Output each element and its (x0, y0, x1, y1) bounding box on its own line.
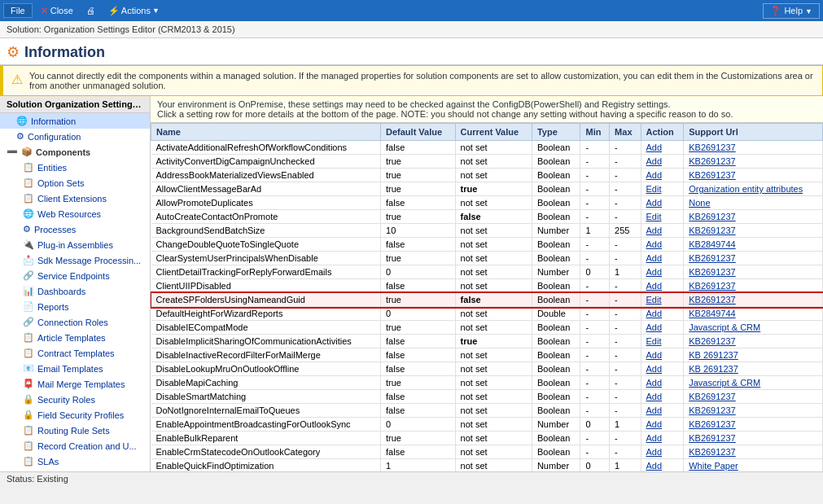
table-row[interactable]: BackgroundSendBatchSize10not setNumber12… (151, 224, 823, 238)
table-row[interactable]: EnableCrmStatecodeOnOutlookCategoryfalse… (151, 445, 823, 459)
email-templates-icon: 📧 (23, 363, 34, 374)
table-row[interactable]: AllowPromoteDuplicatesfalsenot setBoolea… (151, 196, 823, 210)
actions-dropdown-arrow: ▼ (152, 7, 160, 15)
table-row[interactable]: EnableQuickFindOptimization1not setNumbe… (151, 459, 823, 472)
plugin-assemblies-icon: 🔌 (23, 239, 34, 250)
configuration-icon: ⚙ (16, 131, 24, 142)
dashboards-icon: 📊 (23, 286, 34, 296)
entities-icon: 📋 (23, 162, 34, 173)
sidebar-item-plugin-assemblies[interactable]: 🔌 Plug-in Assemblies (0, 237, 150, 252)
components-icon: 📦 (21, 147, 33, 157)
mail-merge-icon: 📮 (23, 379, 34, 389)
sidebar-item-connection-roles[interactable]: 🔗 Connection Roles (0, 314, 150, 330)
table-row[interactable]: ActivateAdditionalRefreshOfWorkflowCondi… (151, 141, 823, 155)
sidebar-item-record-creation[interactable]: 📋 Record Creation and U... (0, 438, 150, 454)
service-endpoints-icon: 🔗 (23, 270, 34, 281)
main-layout: Solution Organization Settings Ed... 🌐 I… (0, 96, 823, 471)
web-resources-icon: 🌐 (23, 208, 34, 219)
record-creation-icon: 📋 (23, 440, 34, 451)
option-sets-icon: 📋 (23, 177, 34, 188)
sidebar: Solution Organization Settings Ed... 🌐 I… (0, 96, 151, 471)
close-icon: ✕ (41, 6, 48, 16)
sidebar-item-mail-merge[interactable]: 📮 Mail Merge Templates (0, 376, 150, 392)
page-title-bar: ⚙ Information (0, 38, 823, 65)
solution-header: Solution: Organization Settings Editor (… (0, 21, 823, 38)
col-current[interactable]: Current Value (455, 124, 532, 141)
actions-icon: ⚡ (108, 6, 120, 16)
table-row[interactable]: AutoCreateContactOnPromotetruefalseBoole… (151, 210, 823, 224)
col-url[interactable]: Support Url (684, 124, 823, 141)
sidebar-item-service-endpoints[interactable]: 🔗 Service Endpoints (0, 268, 150, 283)
sidebar-item-sdk-message[interactable]: 📩 Sdk Message Processin... (0, 252, 150, 268)
sdk-message-icon: 📩 (23, 255, 34, 265)
col-max[interactable]: Max (610, 124, 641, 141)
sidebar-title: Solution Organization Settings Ed... (0, 96, 150, 113)
sidebar-item-contract-templates[interactable]: 📋 Contract Templates (0, 345, 150, 361)
table-row[interactable]: DisableIECompatModetruenot setBoolean--A… (151, 321, 823, 335)
table-row[interactable]: ChangeDoubleQuoteToSingleQuotefalsenot s… (151, 238, 823, 252)
top-bar: File ✕ Close 🖨 ⚡ Actions ▼ ❓ Help ▼ (0, 0, 823, 21)
status-bar: Status: Existing (0, 471, 823, 488)
security-roles-icon: 🔒 (23, 394, 34, 405)
col-min[interactable]: Min (580, 124, 610, 141)
connection-roles-icon: 🔗 (23, 317, 34, 327)
sidebar-item-processes[interactable]: ⚙ Processes (0, 221, 150, 237)
table-row[interactable]: DefaultHeightForWizardReports0not setDou… (151, 307, 823, 321)
close-button[interactable]: ✕ Close (36, 4, 78, 18)
sidebar-item-configuration[interactable]: ⚙ Configuration (0, 129, 150, 144)
sidebar-item-field-security[interactable]: 🔒 Field Security Profiles (0, 407, 150, 423)
table-row[interactable]: ClearSystemUserPrincipalsWhenDisabletrue… (151, 252, 823, 265)
information-icon: 🌐 (16, 116, 28, 126)
content-area: Your environment is OnPremise, these set… (151, 96, 823, 471)
components-expand-icon: ➖ (7, 147, 18, 157)
table-row[interactable]: AddressBookMaterializedViewsEnabledtruen… (151, 169, 823, 182)
table-row[interactable]: ActivityConvertDigCampaignUncheckedtruen… (151, 155, 823, 169)
sidebar-item-slas[interactable]: 📋 SLAs (0, 454, 150, 469)
sidebar-item-reports[interactable]: 📄 Reports (0, 299, 150, 314)
page-icon: ⚙ (7, 43, 20, 61)
table-row[interactable]: DisableMapiCachingtruenot setBoolean--Ad… (151, 376, 823, 390)
sidebar-item-dashboards[interactable]: 📊 Dashboards (0, 283, 150, 299)
table-row[interactable]: DoNotIgnoreInternalEmailToQueuesfalsenot… (151, 404, 823, 418)
slas-icon: 📋 (23, 456, 34, 467)
print-button[interactable]: 🖨 (81, 4, 100, 17)
sidebar-item-client-extensions[interactable]: 📋 Client Extensions (0, 191, 150, 206)
warning-icon: ⚠ (11, 72, 23, 87)
reports-icon: 📄 (23, 301, 34, 312)
sidebar-item-security-roles[interactable]: 🔒 Security Roles (0, 392, 150, 407)
table-row[interactable]: ClientDetailTrackingForReplyForwardEmail… (151, 265, 823, 279)
col-action[interactable]: Action (641, 124, 684, 141)
sidebar-item-entities[interactable]: 📋 Entities (0, 160, 150, 175)
sidebar-item-routing-rule-sets[interactable]: 📋 Routing Rule Sets (0, 423, 150, 438)
col-type[interactable]: Type (532, 124, 580, 141)
col-name[interactable]: Name (151, 124, 381, 141)
sidebar-item-option-sets[interactable]: 📋 Option Sets (0, 175, 150, 191)
sidebar-item-email-templates[interactable]: 📧 Email Templates (0, 361, 150, 376)
contract-templates-icon: 📋 (23, 348, 34, 358)
table-row[interactable]: DisableSmartMatchingfalsenot setBoolean-… (151, 390, 823, 404)
sidebar-item-components[interactable]: ➖ 📦 Components (0, 144, 150, 160)
table-row[interactable]: EnableAppointmentBroadcastingForOutlookS… (151, 418, 823, 432)
table-row[interactable]: AllowClientMessageBarAdtruetrueBoolean--… (151, 182, 823, 196)
article-templates-icon: 📋 (23, 332, 34, 343)
help-button[interactable]: ❓ Help ▼ (763, 3, 820, 19)
warning-bar: ⚠ You cannot directly edit the component… (0, 65, 823, 96)
table-row[interactable]: CreateSPFoldersUsingNameandGuidtruefalse… (151, 293, 823, 307)
file-button[interactable]: File (3, 3, 33, 18)
table-row[interactable]: DisableInactiveRecordFilterForMailMergef… (151, 348, 823, 362)
table-row[interactable]: DisableLookupMruOnOutlookOfflinefalsenot… (151, 362, 823, 376)
settings-table-wrapper[interactable]: Name Default Value Current Value Type Mi… (151, 123, 823, 471)
sidebar-item-article-templates[interactable]: 📋 Article Templates (0, 330, 150, 345)
table-row[interactable]: EnableBulkReparenttruenot setBoolean--Ad… (151, 432, 823, 445)
col-default[interactable]: Default Value (381, 124, 456, 141)
actions-button[interactable]: ⚡ Actions ▼ (103, 4, 164, 18)
table-row[interactable]: DisableImplicitSharingOfCommunicationAct… (151, 335, 823, 348)
help-icon: ❓ (770, 6, 781, 15)
field-security-icon: 🔒 (23, 410, 34, 420)
print-icon: 🖨 (86, 6, 95, 15)
table-row[interactable]: ClientUIIPDisabledfalsenot setBoolean--A… (151, 279, 823, 293)
processes-icon: ⚙ (23, 224, 31, 234)
help-dropdown-arrow: ▼ (805, 7, 812, 15)
sidebar-item-web-resources[interactable]: 🌐 Web Resources (0, 206, 150, 221)
sidebar-item-information[interactable]: 🌐 Information (0, 113, 150, 129)
